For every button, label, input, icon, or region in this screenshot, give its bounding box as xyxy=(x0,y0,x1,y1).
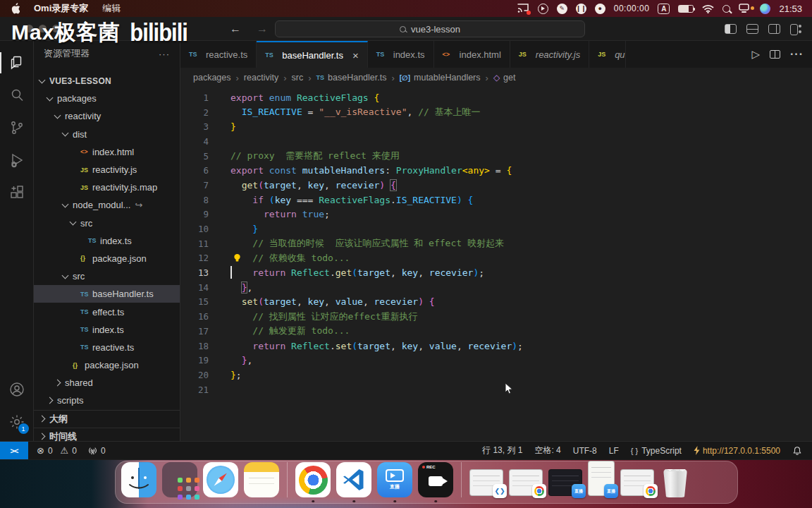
split-editor-icon[interactable] xyxy=(770,50,780,59)
explorer-more-actions-icon[interactable]: ··· xyxy=(159,49,170,59)
tree-item-VUE3-LESSON[interactable]: VUE3-LESSON xyxy=(34,72,180,90)
input-source-indicator[interactable]: A xyxy=(658,4,670,14)
code-line-10: 10 } xyxy=(180,222,812,236)
tab-index.ts[interactable]: TSindex.ts xyxy=(368,41,434,68)
breadcrumb: packages›reactivity›src›TSbaseHandler.ts… xyxy=(180,68,812,87)
explorer-icon[interactable] xyxy=(0,47,34,79)
source-control-icon[interactable] xyxy=(0,111,34,144)
finder-icon[interactable] xyxy=(121,462,156,497)
cursor-position[interactable]: 行 13, 列 1 xyxy=(482,445,522,456)
run-code-icon[interactable]: ▷ xyxy=(751,48,760,61)
close-window-button[interactable] xyxy=(25,25,33,32)
encoding[interactable]: UTF-8 xyxy=(573,446,597,456)
breadcrumb-item-packages[interactable]: packages xyxy=(193,73,231,83)
code-editor[interactable]: 1export enum ReactiveFlags {2 IS_REACTIV… xyxy=(180,87,812,441)
toggle-panel-icon[interactable] xyxy=(746,24,758,34)
chevron-right-icon xyxy=(54,380,61,387)
ports-indicator[interactable]: 0 xyxy=(88,446,106,456)
zoom-window-button[interactable] xyxy=(52,25,60,32)
customize-layout-icon[interactable] xyxy=(790,24,802,34)
extensions-icon[interactable] xyxy=(0,176,34,209)
eol-sequence[interactable]: LF xyxy=(609,446,619,456)
back-arrow-button[interactable]: ← xyxy=(230,23,241,35)
annotate-button-icon[interactable]: ✎ xyxy=(557,4,567,14)
remote-indicator[interactable]: >< xyxy=(0,442,28,459)
tree-item-reactivity[interactable]: reactivity xyxy=(34,107,180,125)
live-server-url[interactable]: http://127.0.0.1:5500 xyxy=(694,446,780,456)
tree-item-src[interactable]: src xyxy=(34,267,180,285)
tree-item-index.ts[interactable]: TSindex.ts xyxy=(34,232,180,250)
search-sidebar-icon[interactable] xyxy=(0,79,34,111)
notification-dot xyxy=(751,6,754,10)
notifications-bell-icon[interactable] xyxy=(792,446,802,456)
forward-arrow-button[interactable]: → xyxy=(257,23,268,35)
breadcrumb-item-mutableHandlers[interactable]: [∅]mutableHandlers xyxy=(400,73,481,83)
vscode-icon[interactable] xyxy=(336,462,371,497)
battery-icon[interactable] xyxy=(678,3,694,14)
screen-recorder-icon[interactable]: REC xyxy=(418,462,453,497)
screen-mirroring-icon[interactable] xyxy=(517,3,529,14)
trash-icon[interactable] xyxy=(660,462,691,497)
minimized-window[interactable] xyxy=(620,469,654,496)
tab-index.html[interactable]: <>index.html xyxy=(434,41,510,68)
indentation[interactable]: 空格: 4 xyxy=(534,445,560,456)
tree-item-index.html[interactable]: <>index.html xyxy=(34,143,180,161)
tree-item-packages[interactable]: packages xyxy=(34,90,180,107)
tree-item-package.json[interactable]: {}package.json xyxy=(34,250,180,267)
minimized-window[interactable] xyxy=(509,469,543,496)
html-file-icon: <> xyxy=(443,51,455,58)
stop-record-button-icon[interactable]: ● xyxy=(595,4,605,14)
breadcrumb-item-reactivity[interactable]: reactivity xyxy=(244,73,278,83)
toggle-sidebar-icon[interactable] xyxy=(725,24,737,34)
problems-indicator[interactable]: ⊗ 0 ⚠ 0 xyxy=(37,445,77,456)
safari-icon[interactable] xyxy=(203,462,238,497)
tree-item-时间线[interactable]: 时间线 xyxy=(34,428,180,445)
tree-item-大纲[interactable]: 大纲 xyxy=(34,410,180,428)
tab-close-icon[interactable]: × xyxy=(352,49,359,61)
siri-icon[interactable] xyxy=(760,4,770,14)
spotlight-icon[interactable] xyxy=(722,5,730,13)
tab-qu[interactable]: JSqu xyxy=(589,41,626,68)
tree-item-shared[interactable]: shared xyxy=(34,374,180,392)
minimized-window[interactable]: 直播 xyxy=(548,469,582,496)
notes-icon[interactable] xyxy=(244,462,279,497)
tab-reactive.ts[interactable]: TSreactive.ts xyxy=(180,41,257,68)
tree-item-scripts[interactable]: scripts xyxy=(34,392,180,409)
tree-item-reactivity.js[interactable]: JSreactivity.js xyxy=(34,161,180,179)
tab-reactivity.js[interactable]: JSreactivity.js xyxy=(510,41,589,68)
lightbulb-icon[interactable] xyxy=(233,253,242,262)
run-debug-icon[interactable] xyxy=(0,144,34,176)
apple-menu-icon[interactable] xyxy=(10,3,20,14)
language-mode[interactable]: { } TypeScript xyxy=(631,446,682,456)
tree-item-reactivity.js.map[interactable]: JSreactivity.js.map xyxy=(34,179,180,196)
tree-item-index.ts[interactable]: TSindex.ts xyxy=(34,321,180,339)
breadcrumb-item-baseHandler.ts[interactable]: TSbaseHandler.ts xyxy=(316,73,387,83)
toggle-secondary-sidebar-icon[interactable] xyxy=(768,24,780,34)
displays-menu-icon[interactable] xyxy=(739,3,751,14)
breadcrumb-item-src[interactable]: src xyxy=(292,73,304,83)
tree-item-node_modul...[interactable]: node_modul...↪ xyxy=(34,196,180,214)
settings-gear-icon[interactable]: 1 xyxy=(0,406,34,438)
tree-item-package.json[interactable]: {}package.json xyxy=(34,356,180,374)
pause-button-icon[interactable]: ❙❙ xyxy=(576,4,586,14)
tree-item-reactive.ts[interactable]: TSreactive.ts xyxy=(34,339,180,356)
account-icon[interactable] xyxy=(0,373,34,406)
minimized-window[interactable]: ❮❯ xyxy=(469,469,503,496)
bilibili-live-icon[interactable]: 直播 xyxy=(377,462,412,497)
menu-item-app-name[interactable]: Omi录屏专家 xyxy=(34,2,88,15)
tree-item-baseHandler.ts[interactable]: TSbaseHandler.ts xyxy=(34,285,180,303)
command-center-search[interactable]: vue3-lesson xyxy=(275,20,585,37)
tree-item-src[interactable]: src xyxy=(34,214,180,232)
tree-item-effect.ts[interactable]: TSeffect.ts xyxy=(34,303,180,320)
wifi-icon[interactable] xyxy=(702,3,714,14)
editor-more-actions-icon[interactable]: ··· xyxy=(790,48,804,61)
breadcrumb-item-get[interactable]: ◇get xyxy=(493,73,516,83)
tab-baseHandler.ts[interactable]: TSbaseHandler.ts× xyxy=(257,41,368,68)
play-button-icon[interactable] xyxy=(538,4,548,14)
chrome-icon[interactable] xyxy=(295,462,331,497)
minimize-window-button[interactable] xyxy=(39,25,47,32)
tree-item-dist[interactable]: dist xyxy=(34,126,180,143)
menu-item-edit[interactable]: 编辑 xyxy=(102,2,121,15)
launchpad-icon[interactable] xyxy=(162,462,197,497)
minimized-window[interactable]: 直播 xyxy=(588,461,615,496)
